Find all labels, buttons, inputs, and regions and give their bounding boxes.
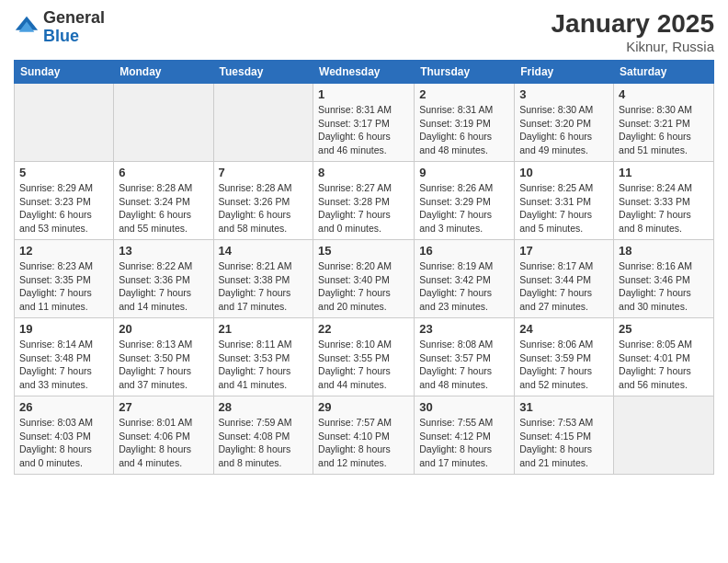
calendar-week-5: 26Sunrise: 8:03 AM Sunset: 4:03 PM Dayli… (15, 396, 714, 475)
day-number: 14 (219, 244, 309, 258)
table-row: 19Sunrise: 8:14 AM Sunset: 3:48 PM Dayli… (15, 318, 114, 396)
header-saturday: Saturday (614, 61, 714, 84)
day-info: Sunrise: 7:53 AM Sunset: 4:15 PM Dayligh… (519, 416, 609, 470)
day-number: 18 (619, 244, 709, 258)
day-number: 8 (318, 166, 409, 179)
day-number: 31 (519, 400, 609, 414)
day-info: Sunrise: 8:05 AM Sunset: 4:01 PM Dayligh… (619, 338, 709, 392)
header-monday: Monday (114, 61, 213, 84)
day-number: 27 (119, 400, 208, 414)
table-row: 11Sunrise: 8:24 AM Sunset: 3:33 PM Dayli… (614, 162, 714, 240)
page-container: General Blue January 2025 Kiknur, Russia… (0, 0, 728, 484)
table-row: 21Sunrise: 8:11 AM Sunset: 3:53 PM Dayli… (213, 318, 313, 396)
day-info: Sunrise: 8:06 AM Sunset: 3:59 PM Dayligh… (519, 338, 609, 392)
table-row: 18Sunrise: 8:16 AM Sunset: 3:46 PM Dayli… (614, 240, 714, 318)
day-number: 7 (219, 166, 309, 179)
calendar-week-4: 19Sunrise: 8:14 AM Sunset: 3:48 PM Dayli… (15, 318, 714, 396)
day-number: 29 (318, 400, 409, 414)
table-row: 5Sunrise: 8:29 AM Sunset: 3:23 PM Daylig… (15, 162, 114, 240)
day-number: 24 (519, 322, 609, 336)
table-row: 2Sunrise: 8:31 AM Sunset: 3:19 PM Daylig… (415, 84, 515, 162)
header-wednesday: Wednesday (313, 61, 415, 84)
day-info: Sunrise: 8:16 AM Sunset: 3:46 PM Dayligh… (619, 259, 709, 314)
table-row: 4Sunrise: 8:30 AM Sunset: 3:21 PM Daylig… (614, 84, 714, 162)
day-number: 17 (519, 244, 609, 258)
day-number: 10 (519, 166, 609, 179)
day-info: Sunrise: 8:23 AM Sunset: 3:35 PM Dayligh… (19, 259, 108, 314)
table-row: 22Sunrise: 8:10 AM Sunset: 3:55 PM Dayli… (313, 318, 415, 396)
header-sunday: Sunday (15, 61, 114, 84)
table-row: 13Sunrise: 8:22 AM Sunset: 3:36 PM Dayli… (114, 240, 213, 318)
table-row: 10Sunrise: 8:25 AM Sunset: 3:31 PM Dayli… (515, 162, 614, 240)
day-number: 15 (318, 244, 409, 258)
day-number: 6 (119, 166, 208, 179)
header-thursday: Thursday (415, 61, 515, 84)
day-info: Sunrise: 8:30 AM Sunset: 3:20 PM Dayligh… (519, 103, 609, 157)
table-row: 27Sunrise: 8:01 AM Sunset: 4:06 PM Dayli… (114, 396, 213, 475)
day-number: 28 (219, 400, 309, 414)
header-friday: Friday (515, 61, 614, 84)
title-block: January 2025 Kiknur, Russia (552, 9, 714, 54)
day-info: Sunrise: 8:20 AM Sunset: 3:40 PM Dayligh… (318, 259, 409, 314)
day-number: 12 (19, 244, 108, 258)
day-number: 2 (419, 87, 509, 101)
day-number: 1 (318, 87, 409, 101)
logo-icon (14, 15, 40, 40)
table-row (114, 84, 213, 162)
day-info: Sunrise: 8:10 AM Sunset: 3:55 PM Dayligh… (318, 338, 409, 392)
day-info: Sunrise: 8:27 AM Sunset: 3:28 PM Dayligh… (318, 181, 409, 236)
day-info: Sunrise: 8:28 AM Sunset: 3:26 PM Dayligh… (219, 181, 309, 236)
day-number: 19 (19, 322, 108, 336)
table-row: 1Sunrise: 8:31 AM Sunset: 3:17 PM Daylig… (313, 84, 415, 162)
table-row: 8Sunrise: 8:27 AM Sunset: 3:28 PM Daylig… (313, 162, 415, 240)
logo-general-text: General (43, 8, 105, 27)
table-row: 31Sunrise: 7:53 AM Sunset: 4:15 PM Dayli… (515, 396, 614, 475)
day-info: Sunrise: 8:08 AM Sunset: 3:57 PM Dayligh… (419, 338, 509, 392)
day-info: Sunrise: 8:01 AM Sunset: 4:06 PM Dayligh… (119, 416, 208, 470)
day-number: 25 (619, 322, 709, 336)
table-row (614, 396, 714, 475)
header: General Blue January 2025 Kiknur, Russia (14, 9, 714, 54)
day-info: Sunrise: 8:13 AM Sunset: 3:50 PM Dayligh… (119, 338, 208, 392)
day-info: Sunrise: 8:14 AM Sunset: 3:48 PM Dayligh… (19, 338, 108, 392)
day-info: Sunrise: 8:29 AM Sunset: 3:23 PM Dayligh… (19, 181, 108, 236)
table-row: 29Sunrise: 7:57 AM Sunset: 4:10 PM Dayli… (313, 396, 415, 475)
header-tuesday: Tuesday (213, 61, 313, 84)
day-info: Sunrise: 8:24 AM Sunset: 3:33 PM Dayligh… (619, 181, 709, 236)
day-number: 13 (119, 244, 208, 258)
table-row: 17Sunrise: 8:17 AM Sunset: 3:44 PM Dayli… (515, 240, 614, 318)
table-row: 25Sunrise: 8:05 AM Sunset: 4:01 PM Dayli… (614, 318, 714, 396)
day-number: 11 (619, 166, 709, 179)
calendar-week-3: 12Sunrise: 8:23 AM Sunset: 3:35 PM Dayli… (15, 240, 714, 318)
table-row: 7Sunrise: 8:28 AM Sunset: 3:26 PM Daylig… (213, 162, 313, 240)
day-info: Sunrise: 8:03 AM Sunset: 4:03 PM Dayligh… (19, 416, 108, 470)
logo-text: General Blue (43, 9, 105, 46)
table-row: 28Sunrise: 7:59 AM Sunset: 4:08 PM Dayli… (213, 396, 313, 475)
day-number: 4 (619, 87, 709, 101)
table-row: 6Sunrise: 8:28 AM Sunset: 3:24 PM Daylig… (114, 162, 213, 240)
table-row: 3Sunrise: 8:30 AM Sunset: 3:20 PM Daylig… (515, 84, 614, 162)
day-number: 23 (419, 322, 509, 336)
day-number: 3 (519, 87, 609, 101)
logo: General Blue (14, 9, 105, 46)
day-info: Sunrise: 8:26 AM Sunset: 3:29 PM Dayligh… (419, 181, 509, 236)
day-info: Sunrise: 8:28 AM Sunset: 3:24 PM Dayligh… (119, 181, 208, 236)
day-number: 5 (19, 166, 108, 179)
day-number: 22 (318, 322, 409, 336)
table-row (213, 84, 313, 162)
day-number: 20 (119, 322, 208, 336)
location-title: Kiknur, Russia (552, 39, 714, 54)
day-number: 30 (419, 400, 509, 414)
day-number: 9 (419, 166, 509, 179)
calendar-week-2: 5Sunrise: 8:29 AM Sunset: 3:23 PM Daylig… (15, 162, 714, 240)
day-info: Sunrise: 8:11 AM Sunset: 3:53 PM Dayligh… (219, 338, 309, 392)
table-row: 20Sunrise: 8:13 AM Sunset: 3:50 PM Dayli… (114, 318, 213, 396)
day-info: Sunrise: 8:25 AM Sunset: 3:31 PM Dayligh… (519, 181, 609, 236)
day-info: Sunrise: 7:55 AM Sunset: 4:12 PM Dayligh… (419, 416, 509, 470)
day-info: Sunrise: 8:22 AM Sunset: 3:36 PM Dayligh… (119, 259, 208, 314)
day-info: Sunrise: 8:17 AM Sunset: 3:44 PM Dayligh… (519, 259, 609, 314)
day-info: Sunrise: 8:31 AM Sunset: 3:19 PM Dayligh… (419, 103, 509, 157)
table-row: 15Sunrise: 8:20 AM Sunset: 3:40 PM Dayli… (313, 240, 415, 318)
logo-blue-text: Blue (43, 27, 79, 45)
table-row (15, 84, 114, 162)
